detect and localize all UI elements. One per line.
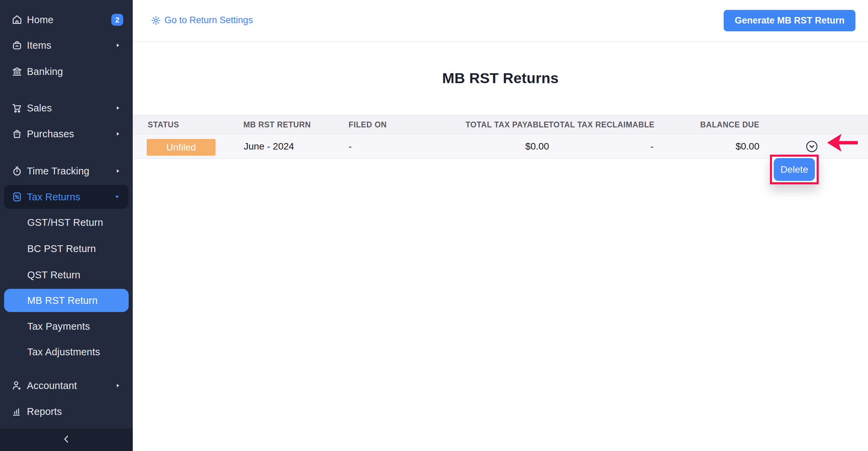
bank-icon — [11, 66, 23, 77]
sidebar-item-label: Items — [27, 40, 51, 51]
table-row[interactable]: Unfiled June - 2024 - $0.00 - $0.00 — [133, 134, 868, 159]
generate-return-button[interactable]: Generate MB RST Return — [724, 10, 855, 31]
sidebar-item-accountant[interactable]: Accountant — [0, 376, 133, 395]
sidebar-item-label: Sales — [27, 103, 52, 114]
sidebar-item-bc-pst-return[interactable]: BC PST Return — [0, 239, 133, 258]
sidebar-item-label: QST Return — [27, 269, 80, 281]
chevron-right-icon — [114, 42, 122, 49]
accountant-person-icon — [11, 380, 23, 391]
gear-icon — [151, 15, 161, 26]
topbar: Go to Return Settings Generate MB RST Re… — [133, 0, 868, 42]
chevron-right-icon — [114, 382, 122, 389]
sidebar-item-tax-payments[interactable]: Tax Payments — [0, 317, 133, 336]
sidebar-item-tax-returns[interactable]: Tax Returns — [4, 185, 129, 209]
sidebar-item-label: MB RST Return — [27, 295, 98, 306]
column-header-total-tax-payable: TOTAL TAX PAYABLE — [466, 120, 549, 129]
chevron-down-circle-icon — [805, 140, 818, 153]
sidebar-item-label: GST/HST Return — [27, 217, 103, 228]
sidebar-item-label: BC PST Return — [27, 243, 96, 254]
sidebar-item-mb-rst-return[interactable]: MB RST Return — [4, 289, 129, 312]
sidebar-item-label: Reports — [27, 406, 62, 417]
sidebar-collapse-bar[interactable] — [0, 429, 133, 451]
items-icon — [11, 40, 23, 51]
home-icon — [11, 14, 23, 26]
sidebar-item-time-tracking[interactable]: Time Tracking — [0, 161, 133, 181]
column-header-balance-due: BALANCE DUE — [700, 120, 759, 129]
return-settings-label: Go to Return Settings — [164, 15, 253, 26]
column-header-mb-rst-return: MB RST RETURN — [243, 120, 311, 129]
column-header-filed-on: FILED ON — [349, 120, 387, 129]
chevron-right-icon — [114, 167, 122, 175]
chevron-down-icon — [113, 193, 121, 201]
sidebar-item-purchases[interactable]: Purchases — [0, 124, 133, 143]
sidebar-item-qst-return[interactable]: QST Return — [0, 265, 133, 284]
sidebar-item-tax-adjustments[interactable]: Tax Adjustments — [0, 342, 133, 361]
row-actions-dropdown-button[interactable] — [805, 140, 818, 153]
annotation-highlight: Delete — [770, 155, 819, 184]
notification-badge: 2 — [111, 14, 123, 26]
sidebar-item-label: Accountant — [27, 380, 77, 391]
sidebar-item-label: Banking — [27, 66, 63, 77]
sidebar-item-gst-hst-return[interactable]: GST/HST Return — [0, 213, 133, 232]
sidebar-item-reports[interactable]: Reports — [0, 402, 133, 421]
return-settings-link[interactable]: Go to Return Settings — [151, 15, 253, 26]
cell-return-period: June - 2024 — [244, 141, 294, 152]
column-header-total-tax-reclaimable: TOTAL TAX RECLAIMABLE — [549, 120, 655, 129]
cell-total-tax-reclaimable: - — [650, 141, 654, 152]
cell-balance-due: $0.00 — [736, 141, 759, 152]
sidebar-item-label: Purchases — [27, 128, 74, 140]
bar-chart-icon — [11, 406, 23, 417]
sidebar-item-label: Tax Returns — [27, 191, 80, 203]
sidebar-item-label: Tax Adjustments — [27, 346, 100, 358]
table-header-row: STATUS MB RST RETURN FILED ON TOTAL TAX … — [133, 115, 868, 134]
sidebar-item-banking[interactable]: Banking — [0, 62, 133, 81]
shopping-bag-icon — [11, 128, 23, 140]
cell-total-tax-payable: $0.00 — [525, 141, 549, 152]
app-window: Home 2 Items Banking — [0, 0, 868, 451]
sidebar-item-label: Tax Payments — [27, 321, 90, 332]
cart-icon — [11, 102, 23, 114]
page-title: MB RST Returns — [133, 70, 868, 87]
chevron-right-icon — [114, 130, 122, 138]
delete-button[interactable]: Delete — [774, 158, 815, 181]
column-header-status: STATUS — [148, 120, 179, 129]
sidebar: Home 2 Items Banking — [0, 0, 133, 451]
sidebar-item-items[interactable]: Items — [0, 36, 133, 55]
sidebar-item-home[interactable]: Home 2 — [0, 10, 133, 29]
annotation-arrow — [827, 134, 858, 153]
cell-filed-on: - — [349, 141, 352, 152]
chevron-right-icon — [114, 104, 122, 112]
stopwatch-icon — [11, 165, 23, 177]
sidebar-item-label: Home — [27, 14, 53, 26]
tax-percent-icon — [11, 191, 23, 203]
sidebar-item-sales[interactable]: Sales — [0, 98, 133, 118]
status-badge: Unfiled — [147, 139, 215, 156]
collapse-chevron-icon — [61, 434, 72, 446]
sidebar-item-label: Time Tracking — [27, 166, 90, 177]
